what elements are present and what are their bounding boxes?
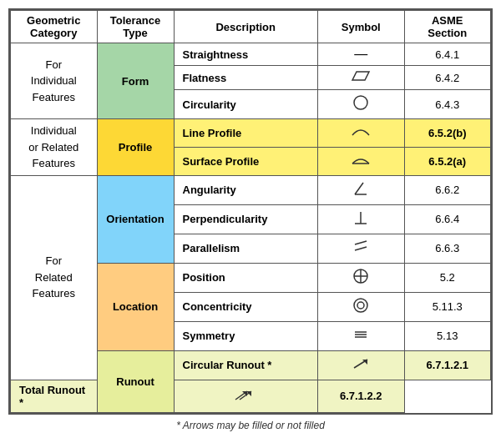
geo-individual-features: ForIndividualFeatures (11, 43, 98, 119)
tol-location: Location (97, 263, 174, 350)
table-row: ForIndividualFeatures Form Straightness … (11, 43, 491, 66)
sym-perpendicularity (318, 204, 405, 234)
desc-circular-runout: Circular Runout * (174, 350, 318, 380)
sym-symmetry (318, 321, 405, 350)
table-header-row: GeometricCategory ToleranceType Descript… (11, 11, 491, 43)
tolerance-table-wrapper: GeometricCategory ToleranceType Descript… (8, 8, 493, 415)
header-asme: ASMESection (404, 11, 491, 43)
sym-parallelism (318, 234, 405, 263)
desc-concentricity: Concentricity (174, 292, 318, 321)
asme-straightness: 6.4.1 (404, 43, 491, 66)
svg-line-7 (355, 241, 367, 244)
footnote: * Arrows may be filled or not filled (176, 420, 325, 431)
desc-parallelism: Parallelism (174, 234, 318, 263)
asme-perpendicularity: 6.6.4 (404, 204, 491, 234)
asme-parallelism: 6.6.3 (404, 234, 491, 263)
sym-position (318, 263, 405, 292)
svg-marker-0 (352, 72, 369, 80)
geo-ind-related-features: Individualor RelatedFeatures (11, 119, 98, 176)
asme-flatness: 6.4.2 (404, 66, 491, 90)
svg-line-4 (355, 183, 363, 194)
sym-circular-runout (318, 350, 405, 380)
asme-symmetry: 5.13 (404, 321, 491, 350)
sym-concentricity (318, 292, 405, 321)
asme-line-profile: 6.5.2(b) (404, 119, 491, 148)
table-row-profile: Individualor RelatedFeatures Profile Lin… (11, 119, 491, 148)
sym-line-profile (318, 119, 405, 148)
asme-concentricity: 5.11.3 (404, 292, 491, 321)
asme-angularity: 6.6.2 (404, 175, 491, 204)
table-row-runout: Total Runout * 6.7.1.2.2 (11, 380, 491, 412)
asme-surface-profile: 6.5.2(a) (404, 147, 491, 175)
desc-circularity: Circularity (174, 90, 318, 119)
tol-runout: Runout (97, 350, 174, 412)
header-geo-category: GeometricCategory (11, 11, 98, 43)
desc-straightness: Straightness (174, 43, 318, 66)
desc-symmetry: Symmetry (174, 321, 318, 350)
desc-total-runout: Total Runout * (11, 380, 98, 412)
header-tol-type: ToleranceType (97, 11, 174, 43)
geo-related-features: ForRelatedFeatures (11, 175, 98, 380)
asme-circular-runout: 6.7.1.2.1 (404, 350, 491, 380)
gdt-table: GeometricCategory ToleranceType Descript… (10, 10, 491, 413)
desc-position: Position (174, 263, 318, 292)
svg-point-13 (357, 302, 364, 309)
desc-perpendicularity: Perpendicularity (174, 204, 318, 234)
sym-circularity (318, 90, 405, 119)
sym-surface-profile (318, 147, 405, 175)
desc-line-profile: Line Profile (174, 119, 318, 148)
tol-profile: Profile (97, 119, 174, 176)
header-symbol: Symbol (318, 11, 405, 43)
header-description: Description (174, 11, 318, 43)
desc-surface-profile: Surface Profile (174, 147, 318, 175)
tol-form: Form (97, 43, 174, 119)
svg-point-12 (354, 299, 367, 312)
desc-flatness: Flatness (174, 66, 318, 90)
sym-straightness: — (318, 43, 405, 66)
svg-point-1 (354, 96, 367, 109)
sym-angularity (318, 175, 405, 204)
table-row: ForRelatedFeatures Orientation Angularit… (11, 175, 491, 204)
asme-total-runout: 6.7.1.2.2 (318, 380, 405, 412)
desc-angularity: Angularity (174, 175, 318, 204)
sym-total-runout (174, 380, 318, 412)
asme-circularity: 6.4.3 (404, 90, 491, 119)
tol-orientation: Orientation (97, 175, 174, 263)
svg-line-8 (355, 247, 367, 250)
sym-flatness (318, 66, 405, 90)
asme-position: 5.2 (404, 263, 491, 292)
